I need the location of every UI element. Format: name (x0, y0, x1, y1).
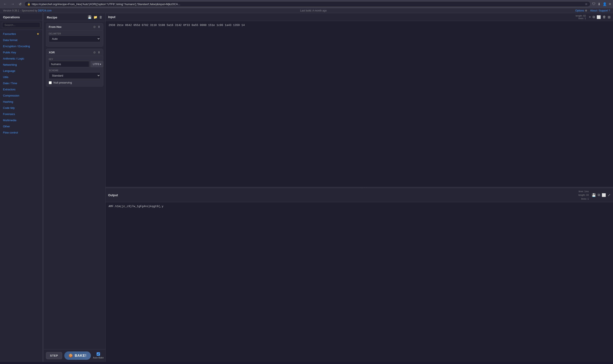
input-grid-button[interactable]: ⊞ (608, 15, 611, 19)
sidebar-item-label: Arithmetic / Logic (3, 57, 24, 60)
step-button[interactable]: STEP (46, 352, 62, 359)
output-length-value: 33 (586, 194, 589, 196)
sidebar-item-label: Other (3, 125, 10, 128)
sidebar-item-forensics[interactable]: Forensics (0, 111, 42, 117)
menu-icon[interactable]: ≡ (609, 2, 611, 6)
auto-bake-checkbox[interactable] (97, 352, 100, 356)
xor-key-input[interactable] (49, 61, 89, 67)
auto-bake-label: Auto Bake (93, 356, 104, 359)
output-content: AMF.h1m(jc_c9}7w_1gFg4ns}kqgt0{,y (106, 202, 613, 362)
sidebar-item-favourites[interactable]: Favourites ★ (0, 31, 42, 37)
xor-encoding-button[interactable]: UTF8 ▾ (90, 61, 103, 67)
browser-chrome: ← → ↺ 🔒 https://cyberchef.org/#recipe=Fr… (0, 0, 613, 8)
xor-pause-button[interactable]: ⏸ (97, 51, 100, 54)
output-title: Output (108, 194, 118, 197)
reload-button[interactable]: ↺ (17, 2, 23, 7)
address-bar[interactable]: 🔒 https://cyberchef.org/#recipe=From_Hex… (25, 1, 590, 7)
sidebar-item-utils[interactable]: Utils (0, 74, 42, 80)
about-button[interactable]: About / Support ? (590, 9, 610, 12)
version-info: Version 9.39.1 - Sponsored by DEF24.com (3, 9, 52, 12)
sidebar-item-datetime[interactable]: Date / Time (0, 80, 42, 86)
output-time-value: 1ms (584, 190, 589, 193)
profile-icon[interactable]: 👤 (603, 2, 607, 6)
sidebar-item-data-format[interactable]: Data format (0, 37, 42, 43)
forward-button[interactable]: → (10, 2, 16, 6)
sidebar-item-extractors[interactable]: Extractors (0, 86, 42, 92)
sidebar-item-language[interactable]: Language (0, 68, 42, 74)
sidebar-item-encryption[interactable]: Encryption / Encoding (0, 43, 42, 49)
url-text: https://cyberchef.org/#recipe=From_Hex('… (32, 2, 584, 6)
sidebar-item-flow-control[interactable]: Flow control (0, 130, 42, 136)
download-icon[interactable]: ⬇ (598, 2, 600, 6)
sidebar-title: Operations (0, 13, 42, 20)
recipe-title: Recipe (47, 15, 57, 19)
sidebar: Operations Favourites ★ Data format Encr… (0, 13, 42, 362)
delimiter-select[interactable]: Auto Space Comma Semi-colon Colon Line f… (49, 36, 100, 42)
sidebar-item-label: Extractors (3, 88, 15, 91)
input-restore-button[interactable]: ⬜ (597, 15, 601, 19)
sidebar-item-other[interactable]: Other (0, 123, 42, 130)
output-time-label: time: (579, 190, 584, 193)
sidebar-item-multimedia[interactable]: Multimedia (0, 117, 42, 123)
recipe-step-from-hex: From Hex ⊘ ⏸ Delimiter Auto Space Comma … (46, 23, 103, 47)
sidebar-item-compression[interactable]: Compression (0, 92, 42, 99)
sidebar-item-hashing[interactable]: Hashing (0, 99, 42, 105)
scheme-select[interactable]: Standard Input differential Output diffe… (49, 72, 100, 79)
sidebar-item-code-tidy[interactable]: Code tidy (0, 105, 42, 111)
xor-title: XOR (49, 51, 55, 54)
from-hex-pause-button[interactable]: ⏸ (97, 25, 100, 28)
xor-controls: ⊘ ⏸ (93, 51, 100, 54)
sidebar-item-label: Multimedia (3, 119, 16, 122)
bake-icon: 🍪 (68, 354, 73, 358)
output-header-right: time: 1ms length: 33 lines: 1 💾 ⧉ ⬜ ⤢ (579, 190, 611, 201)
input-tools: + ⧉ ⬜ 🗑 ⊞ (589, 15, 611, 19)
sidebar-item-arithmetic[interactable]: Arithmetic / Logic (0, 55, 42, 62)
recipe-panel: Recipe 💾 📁 🗑 From Hex ⊘ ⏸ D (44, 13, 106, 362)
options-label: Options (575, 9, 584, 12)
input-window-button[interactable]: ⧉ (593, 15, 595, 19)
auto-bake-group: Auto Bake (93, 352, 104, 359)
output-meta: time: 1ms length: 33 lines: 1 (579, 190, 589, 201)
sponsored-text: - Sponsored by (20, 9, 38, 12)
output-fullscreen-button[interactable]: ⤢ (608, 193, 611, 197)
copy-output-button[interactable]: ⧉ (598, 193, 600, 197)
sponsor-link[interactable]: DEF24.com (38, 9, 52, 12)
shield-icon[interactable]: 🛡 (592, 2, 596, 6)
sidebar-item-label: Public Key (3, 51, 16, 54)
save-output-button[interactable]: 💾 (592, 193, 596, 197)
help-icon: ? (609, 9, 610, 12)
output-lines-label: lines: (581, 197, 587, 200)
input-length-label: length: (575, 14, 583, 17)
sidebar-item-label: Date / Time (3, 82, 17, 85)
input-content[interactable]: 2938 2b1e 0642 055d 0702 3110 5108 5a16 … (106, 21, 613, 187)
save-recipe-button[interactable]: 💾 (88, 15, 92, 19)
load-recipe-button[interactable]: 📁 (94, 15, 97, 19)
output-restore-button[interactable]: ⬜ (602, 193, 606, 197)
bake-button[interactable]: 🍪 BAKE! (64, 351, 91, 360)
input-header-right: length: 82 lines: 1 + ⧉ ⬜ 🗑 ⊞ (575, 14, 611, 20)
add-input-button[interactable]: + (589, 15, 591, 19)
sidebar-search-container (0, 20, 42, 30)
output-lines-value: 1 (587, 197, 589, 200)
key-group: Key UTF8 ▾ (49, 58, 100, 67)
bookmark-icon[interactable]: ☆ (585, 2, 588, 6)
scheme-label: Scheme (49, 69, 100, 72)
last-build-text: Last build: A month ago (300, 9, 327, 12)
header-actions: Options ⚙ About / Support ? (575, 9, 610, 12)
clear-recipe-button[interactable]: 🗑 (99, 15, 102, 19)
browser-nav: ← → ↺ 🔒 https://cyberchef.org/#recipe=Fr… (0, 0, 613, 8)
options-button[interactable]: Options ⚙ (575, 9, 587, 12)
from-hex-disable-button[interactable]: ⊘ (93, 25, 96, 28)
output-header: Output time: 1ms length: 33 lines: 1 💾 (106, 188, 613, 202)
sidebar-item-networking[interactable]: Networking (0, 62, 42, 68)
main-layout: Operations Favourites ★ Data format Encr… (0, 13, 613, 362)
xor-disable-button[interactable]: ⊘ (93, 51, 96, 54)
null-preserving-checkbox[interactable] (49, 81, 52, 84)
back-button[interactable]: ← (2, 2, 8, 6)
xor-header: XOR ⊘ ⏸ (46, 49, 103, 56)
clear-input-button[interactable]: 🗑 (603, 15, 606, 19)
chevron-down-icon: ▾ (100, 63, 101, 66)
search-input[interactable] (2, 22, 40, 28)
sidebar-item-public-key[interactable]: Public Key (0, 49, 42, 55)
sidebar-item-label: Networking (3, 63, 17, 66)
